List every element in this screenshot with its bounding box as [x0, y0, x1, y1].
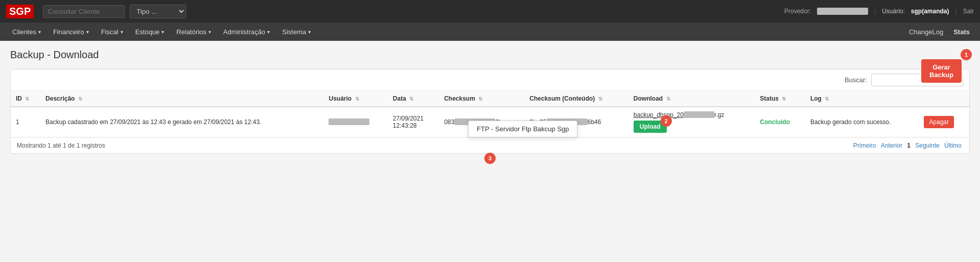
col-id[interactable]: ID ⇅ — [11, 91, 40, 107]
showing-text: Mostrando 1 até 1 de 1 registros — [17, 142, 105, 149]
provider-value — [817, 8, 868, 15]
chevron-down-icon: ▾ — [267, 29, 270, 35]
col-log[interactable]: Log ⇅ — [805, 91, 919, 107]
page-content: Backup - Download 1 Gerar Backup Buscar:… — [0, 41, 980, 245]
ftp-tooltip: FTP - Servidor Ftp Bakcup Sgp — [468, 121, 577, 137]
cell-data: 27/09/202112:43:28 — [388, 107, 439, 137]
gerar-backup-area: 1 Gerar Backup — [961, 49, 972, 61]
col-checksum[interactable]: Checksum ⇅ — [439, 91, 524, 107]
chevron-down-icon: ▾ — [208, 29, 211, 35]
table-panel: Buscar: ID ⇅ Descrição ⇅ Usuário ⇅ Data … — [10, 69, 970, 154]
col-status[interactable]: Status ⇅ — [755, 91, 805, 107]
provider-label: Provedor: — [784, 8, 811, 15]
sair-link[interactable]: Sair — [963, 8, 974, 15]
table-header-row: ID ⇅ Descrição ⇅ Usuário ⇅ Data ⇅ Checks… — [11, 91, 969, 107]
chevron-down-icon: ▾ — [161, 29, 164, 35]
pagination-ultimo[interactable]: Último — [944, 142, 962, 149]
col-actions — [919, 91, 969, 107]
cell-apagar: Apagar — [919, 107, 969, 137]
download-link[interactable]: backup_dbsgp_20 — [634, 111, 684, 118]
chevron-down-icon: ▾ — [121, 29, 123, 35]
type-select[interactable]: Tipo ... — [130, 5, 186, 18]
cell-id: 1 — [11, 107, 40, 137]
divider2: | — [955, 8, 957, 15]
user-label: Usuário: — [882, 8, 905, 15]
gerar-backup-button[interactable]: Gerar Backup — [921, 59, 962, 83]
badge-1: 1 — [961, 49, 972, 60]
badge-2: 2 — [661, 115, 672, 127]
pagination-seguinte[interactable]: Seguinte — [915, 142, 939, 149]
cell-descricao: Backup cadastrado em 27/09/2021 às 12:43… — [40, 107, 323, 137]
cell-log: Backup gerado com sucesso. — [805, 107, 919, 137]
col-checksum-conteudo[interactable]: Checksum (Conteúdo) ⇅ — [524, 91, 628, 107]
nav-bar-right: ChangeLog Stats — [905, 26, 974, 38]
chevron-down-icon: ▾ — [86, 29, 89, 35]
cell-status: Concluído — [755, 107, 805, 137]
badge-3: 3 — [484, 153, 496, 164]
logo: SGP — [6, 5, 34, 18]
page-title: Backup - Download — [10, 49, 970, 61]
apagar-button[interactable]: Apagar — [924, 116, 954, 128]
cell-download: backup_dbsgp_20 r.gz Upload 2 — [628, 107, 755, 137]
col-download[interactable]: Download ⇅ — [628, 91, 755, 107]
col-usuario[interactable]: Usuário ⇅ — [323, 91, 387, 107]
top-bar-right: Provedor: | Usuário: sgp(amanda) | Sair — [784, 8, 974, 15]
stats-link[interactable]: Stats — [949, 26, 974, 38]
username: sgp(amanda) — [911, 8, 949, 15]
top-bar: SGP Tipo ... Provedor: | Usuário: sgp(am… — [0, 0, 980, 22]
status-badge: Concluído — [760, 118, 790, 126]
chevron-down-icon: ▾ — [38, 29, 41, 35]
pagination-current: 1 — [907, 142, 911, 149]
nav-item-sistema[interactable]: Sistema ▾ — [276, 24, 317, 40]
nav-item-estoque[interactable]: Estoque ▾ — [129, 24, 171, 40]
upload-area: Upload 2 — [634, 121, 667, 133]
nav-item-fiscal[interactable]: Fiscal ▾ — [95, 24, 129, 40]
nav-item-financeiro[interactable]: Financeiro ▾ — [47, 24, 95, 40]
cell-usuario — [323, 107, 387, 137]
pagination-anterior[interactable]: Anterior — [881, 142, 902, 149]
pagination-primeiro[interactable]: Primeiro — [853, 142, 876, 149]
nav-item-administracao[interactable]: Administração ▾ — [217, 24, 276, 40]
nav-item-relatorios[interactable]: Relatórios ▾ — [170, 24, 217, 40]
nav-item-clientes[interactable]: Clientes ▾ — [6, 24, 47, 40]
divider: | — [874, 8, 876, 15]
changelog-link[interactable]: ChangeLog — [905, 26, 947, 38]
col-data[interactable]: Data ⇅ — [388, 91, 439, 107]
table-footer: Mostrando 1 até 1 de 1 registros Primeir… — [11, 137, 969, 153]
table-search-bar: Buscar: — [11, 69, 969, 91]
chevron-down-icon: ▾ — [308, 29, 311, 35]
pagination: Primeiro Anterior 1 Seguinte Último — [852, 142, 963, 149]
col-descricao[interactable]: Descrição ⇅ — [40, 91, 323, 107]
nav-bar: Clientes ▾ Financeiro ▾ Fiscal ▾ Estoque… — [0, 22, 980, 41]
search-label: Buscar: — [845, 76, 867, 84]
search-input[interactable] — [43, 5, 125, 18]
